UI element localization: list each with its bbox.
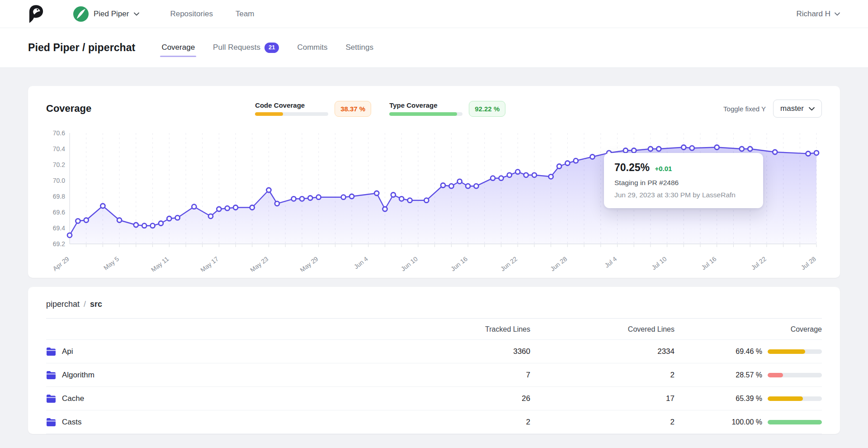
- user-menu[interactable]: Richard H: [796, 10, 840, 19]
- type-coverage-metric: Type Coverage 92.22 %: [389, 101, 505, 117]
- folder-name: Algorithm: [62, 371, 94, 380]
- table-row[interactable]: Cache 26 17 65.39 %: [46, 387, 822, 410]
- svg-text:Jun 4: Jun 4: [353, 255, 369, 271]
- table-row[interactable]: Casts 2 2 100.00 %: [46, 410, 822, 434]
- repo-tabs: Coverage Pull Requests 21 Commits Settin…: [161, 43, 373, 52]
- coverage-bar: [768, 373, 822, 377]
- svg-text:70.6: 70.6: [53, 129, 65, 137]
- org-switcher[interactable]: Pied Piper: [73, 6, 139, 22]
- svg-text:Jul 28: Jul 28: [800, 255, 817, 272]
- toggle-fixed-y-button[interactable]: Toggle fixed Y: [723, 105, 766, 113]
- code-coverage-badge: 38.37 %: [335, 101, 371, 117]
- svg-text:Jul 16: Jul 16: [700, 255, 717, 272]
- nav-link-repositories[interactable]: Repositories: [170, 10, 213, 19]
- code-coverage-label: Code Coverage: [255, 101, 328, 109]
- coverage-card-header: Coverage Code Coverage 38.37 % Type Cove…: [46, 100, 822, 118]
- code-coverage-metric: Code Coverage 38.37 %: [255, 101, 371, 117]
- svg-text:May 5: May 5: [102, 255, 120, 272]
- type-coverage-label: Type Coverage: [389, 101, 462, 109]
- table-row[interactable]: Algorithm 7 2 28.57 %: [46, 363, 822, 387]
- tab-pull-requests[interactable]: Pull Requests 21: [213, 43, 279, 52]
- code-coverage-bar: [255, 112, 328, 116]
- svg-text:70.2: 70.2: [53, 161, 65, 168]
- coverage-bar: [768, 396, 822, 401]
- svg-text:May 29: May 29: [299, 255, 320, 272]
- folder-icon: [46, 347, 56, 356]
- coverage-percent: 65.39 %: [736, 395, 762, 403]
- svg-text:Jun 22: Jun 22: [499, 255, 519, 272]
- coverage-card-title: Coverage: [46, 103, 91, 114]
- svg-text:Jun 10: Jun 10: [400, 255, 419, 272]
- table-header-row: Tracked Lines Covered Lines Coverage: [46, 318, 822, 340]
- tooltip-context: Staging in PR #2486: [614, 179, 753, 187]
- svg-text:70.4: 70.4: [53, 145, 65, 153]
- tracked-lines-value: 26: [381, 394, 530, 403]
- nav-link-team[interactable]: Team: [236, 10, 255, 19]
- covered-lines-value: 2: [530, 418, 675, 427]
- folder-icon: [46, 371, 56, 380]
- chevron-down-icon: [809, 107, 815, 111]
- table-body: Api 3360 2334 69.46 % Algorithm 7 2 28.5…: [46, 340, 822, 434]
- folder-icon: [46, 418, 56, 427]
- breadcrumb-repo[interactable]: piperchat: [46, 300, 80, 309]
- type-coverage-bar: [389, 112, 462, 116]
- svg-text:May 17: May 17: [199, 255, 220, 272]
- svg-text:69.4: 69.4: [53, 224, 65, 232]
- svg-text:Apr 29: Apr 29: [51, 255, 71, 272]
- coverage-card: Coverage Code Coverage 38.37 % Type Cove…: [28, 86, 840, 278]
- tab-commits-label: Commits: [297, 43, 327, 52]
- type-coverage-badge: 92.22 %: [469, 101, 505, 117]
- svg-text:Jun 28: Jun 28: [549, 255, 568, 272]
- folder-name: Api: [62, 347, 73, 356]
- coverage-percent: 100.00 %: [731, 418, 762, 426]
- svg-text:May 23: May 23: [249, 255, 269, 272]
- tracked-lines-value: 3360: [381, 347, 530, 356]
- coverage-table: Tracked Lines Covered Lines Coverage Api…: [46, 318, 822, 434]
- org-avatar: [73, 6, 89, 22]
- tracked-lines-value: 7: [381, 371, 530, 380]
- tab-commits[interactable]: Commits: [297, 43, 327, 52]
- svg-text:May 11: May 11: [150, 255, 170, 272]
- svg-text:70.0: 70.0: [53, 177, 65, 184]
- toucan-logo-icon[interactable]: [28, 4, 44, 24]
- branch-select-value: master: [780, 104, 804, 113]
- pull-requests-count-badge: 21: [264, 43, 279, 52]
- main-content: Coverage Code Coverage 38.37 % Type Cove…: [0, 68, 868, 434]
- folder-name: Casts: [62, 418, 81, 427]
- column-tracked-lines: Tracked Lines: [381, 325, 530, 334]
- folder-icon: [46, 394, 56, 403]
- svg-text:69.2: 69.2: [53, 240, 65, 248]
- breadcrumb: piperchat / src: [46, 300, 822, 309]
- svg-text:69.8: 69.8: [53, 193, 65, 200]
- file-explorer-card: piperchat / src Tracked Lines Covered Li…: [28, 287, 840, 434]
- column-coverage: Coverage: [675, 325, 822, 334]
- branch-select[interactable]: master: [773, 100, 822, 118]
- covered-lines-value: 17: [530, 394, 675, 403]
- coverage-metrics: Code Coverage 38.37 % Type Coverage 92.2…: [255, 101, 505, 117]
- tab-settings[interactable]: Settings: [346, 43, 373, 52]
- user-name: Richard H: [796, 10, 830, 19]
- svg-text:Jul 4: Jul 4: [603, 255, 618, 269]
- coverage-percent: 69.46 %: [736, 348, 762, 356]
- tab-coverage-label: Coverage: [161, 43, 195, 52]
- app-viewport: Pied Piper Repositories Team Richard H P…: [0, 0, 868, 448]
- chevron-down-icon: [835, 12, 840, 16]
- coverage-bar: [768, 349, 822, 354]
- tooltip-meta: Jun 29, 2023 at 3:30 PM by LasseRafn: [614, 191, 753, 199]
- column-covered-lines: Covered Lines: [530, 325, 675, 334]
- breadcrumb-current: src: [90, 300, 102, 309]
- svg-text:69.6: 69.6: [53, 209, 65, 216]
- page-header: Pied Piper / piperchat Coverage Pull Req…: [0, 28, 868, 68]
- table-row[interactable]: Api 3360 2334 69.46 %: [46, 340, 822, 363]
- tab-settings-label: Settings: [346, 43, 373, 52]
- tracked-lines-value: 2: [381, 418, 530, 427]
- coverage-chart-container: 70.670.470.270.069.869.669.469.2Apr 29Ma…: [46, 129, 822, 272]
- breadcrumb-separator: /: [84, 300, 86, 309]
- org-name: Pied Piper: [94, 10, 129, 19]
- tab-pull-requests-label: Pull Requests: [213, 43, 260, 52]
- covered-lines-value: 2: [530, 371, 675, 380]
- svg-text:Jul 10: Jul 10: [650, 255, 668, 272]
- coverage-percent: 28.57 %: [736, 371, 762, 379]
- tab-coverage[interactable]: Coverage: [161, 43, 195, 52]
- folder-name: Cache: [62, 394, 84, 403]
